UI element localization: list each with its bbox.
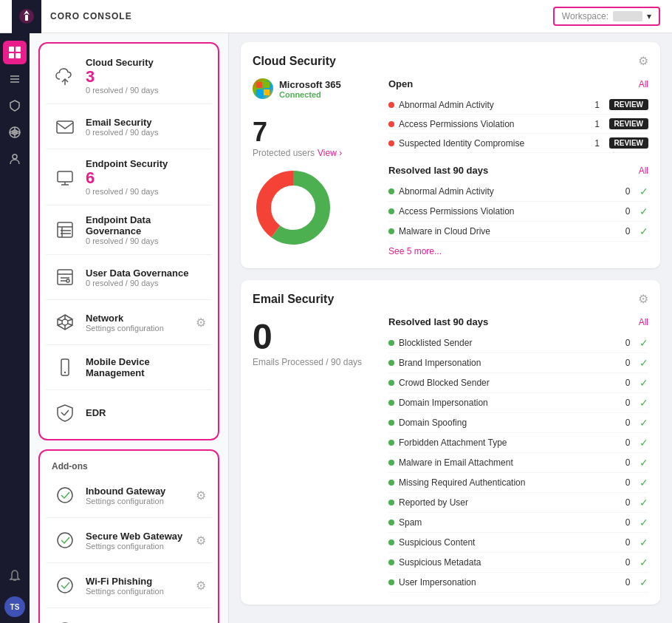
- email-security-card: Email Security ⚙ 0 Emails Processed / 90…: [241, 280, 660, 605]
- secure-web-gateway-sub: Settings configuration: [86, 542, 188, 551]
- email-threat-row: Spam 0 ✓: [388, 513, 648, 533]
- threat-name-identity-compromise: Suspected Identity Compromise: [399, 138, 586, 149]
- wifi-phishing-sub: Settings configuration: [86, 587, 188, 596]
- email-threat-name: Domain Impersonation: [399, 398, 616, 408]
- sidebar-item-network[interactable]: Network Settings configuration ⚙: [46, 302, 212, 343]
- nav-shield-icon[interactable]: [3, 94, 27, 118]
- view-link[interactable]: View ›: [318, 148, 342, 158]
- email-all-link[interactable]: All: [639, 317, 648, 327]
- sidebar-item-user-data-governance[interactable]: User Data Governance 0 resolved / 90 day…: [46, 256, 212, 298]
- resolved-all-link[interactable]: All: [639, 166, 648, 176]
- user-avatar[interactable]: TS: [4, 596, 25, 617]
- email-check-icon: ✓: [640, 576, 648, 588]
- email-threat-name: Spam: [399, 517, 616, 528]
- ms365-icon: [253, 78, 273, 99]
- email-check-icon: ✓: [640, 457, 648, 469]
- email-green-dot: [388, 579, 394, 585]
- email-green-dot: [388, 440, 394, 446]
- review-badge-3[interactable]: REVIEW: [609, 137, 648, 149]
- nav-user-icon[interactable]: [3, 147, 27, 171]
- sidebar-item-wifi-phishing[interactable]: Wi-Fi Phishing Settings configuration ⚙: [46, 565, 212, 606]
- secure-web-gateway-content: Secure Web Gateway Settings configuratio…: [86, 531, 188, 551]
- nav-list-icon[interactable]: [3, 67, 27, 91]
- svg-rect-3: [16, 47, 21, 52]
- svg-point-41: [58, 488, 72, 503]
- sidebar-item-mdm[interactable]: Mobile Device Management: [46, 347, 212, 388]
- email-threat-row: Forbidden Attachment Type 0 ✓: [388, 433, 648, 453]
- secure-web-gateway-gear-icon[interactable]: ⚙: [196, 534, 206, 548]
- email-threat-name: Suspicious Metadata: [399, 557, 616, 568]
- inbound-gateway-sub: Settings configuration: [86, 497, 188, 505]
- svg-rect-19: [58, 222, 72, 237]
- protected-label: Protected users: [253, 148, 315, 158]
- email-security-left: 0 Emails Processed / 90 days: [253, 316, 371, 593]
- email-threat-name: Blocklisted Sender: [399, 338, 616, 348]
- endpoint-data-governance-icon: [52, 217, 78, 243]
- ts-avatar[interactable]: TS: [3, 595, 27, 619]
- email-threat-count: 0: [620, 358, 635, 368]
- open-all-link[interactable]: All: [639, 79, 648, 89]
- wifi-phishing-icon: [52, 572, 78, 599]
- email-check-icon: ✓: [640, 517, 648, 528]
- inbound-gateway-icon: [52, 482, 78, 508]
- cloud-security-header: Cloud Security ⚙: [253, 54, 648, 68]
- cloud-security-settings-icon[interactable]: ⚙: [638, 54, 648, 68]
- sidebar-item-secure-web-gateway[interactable]: Secure Web Gateway Settings configuratio…: [46, 520, 212, 561]
- resolved-name-malware-cloud: Malware in Cloud Drive: [399, 226, 616, 236]
- sidebar-item-secured-messages[interactable]: Secured Messages Settings configuration …: [46, 610, 212, 623]
- sidebar-item-endpoint-security[interactable]: Endpoint Security 6 0 resolved / 90 days: [46, 151, 212, 203]
- nav-bell-icon[interactable]: [3, 564, 27, 588]
- email-threat-name: Brand Impersonation: [399, 358, 616, 368]
- sidebar-item-edr[interactable]: EDR: [46, 392, 212, 433]
- email-threat-count: 0: [620, 517, 635, 528]
- endpoint-security-icon: [52, 164, 78, 191]
- resolved-row-abnormal-admin: Abnormal Admin Activity 0 ✓: [388, 182, 648, 202]
- wifi-phishing-gear-icon[interactable]: ⚙: [196, 579, 206, 593]
- workspace-selector[interactable]: Workspace: ▾: [553, 7, 660, 26]
- nav-network-icon[interactable]: [3, 120, 27, 144]
- app-title: CORO CONSOLE: [50, 11, 553, 21]
- email-threat-count: 0: [620, 378, 635, 388]
- sidebar-item-endpoint-data-governance[interactable]: Endpoint Data Governance 0 resolved / 90…: [46, 207, 212, 253]
- resolved-name-abnormal-admin: Abnormal Admin Activity: [399, 186, 616, 197]
- endpoint-data-governance-title: Endpoint Data Governance: [86, 214, 206, 236]
- svg-rect-2: [9, 47, 14, 52]
- sidebar-item-cloud-security[interactable]: Cloud Security 3 0 resolved / 90 days: [46, 50, 212, 102]
- review-badge-1[interactable]: REVIEW: [609, 99, 648, 110]
- resolved-name-access-permissions: Access Permissions Violation: [399, 206, 616, 217]
- email-security-card-title: Email Security: [253, 293, 334, 306]
- wifi-phishing-title: Wi-Fi Phishing: [86, 576, 188, 587]
- see-more-link[interactable]: See 5 more...: [388, 246, 648, 256]
- email-green-dot: [388, 380, 394, 386]
- svg-rect-15: [57, 121, 73, 133]
- email-security-body: 0 Emails Processed / 90 days Resolved la…: [253, 316, 648, 593]
- resolved-count-abnormal-admin: 0: [620, 186, 635, 197]
- nav-grid-icon[interactable]: [3, 41, 27, 64]
- sidebar-item-inbound-gateway[interactable]: Inbound Gateway Settings configuration ⚙: [46, 474, 212, 516]
- cloud-security-card: Cloud Security ⚙ Microsoft 365 Connected: [241, 42, 660, 268]
- addons-label: Add-ons: [46, 457, 212, 474]
- email-threat-row: Blocklisted Sender 0 ✓: [388, 333, 648, 353]
- logo: [12, 0, 41, 33]
- secure-web-gateway-icon: [52, 527, 78, 554]
- network-sub: Settings configuration: [86, 324, 188, 333]
- network-title: Network: [86, 313, 188, 324]
- cloud-security-sub: 0 resolved / 90 days: [86, 86, 206, 95]
- open-title: Open: [388, 78, 413, 89]
- inbound-gateway-gear-icon[interactable]: ⚙: [196, 488, 206, 503]
- email-threat-row: Missing Required Authentication 0 ✓: [388, 473, 648, 493]
- threat-count-abnormal-admin: 1: [590, 100, 605, 110]
- network-gear-icon[interactable]: ⚙: [196, 316, 206, 330]
- red-dot-icon-3: [388, 140, 394, 146]
- email-threats-list: Blocklisted Sender 0 ✓ Brand Impersonati…: [388, 333, 648, 593]
- edr-icon: [52, 399, 78, 426]
- review-badge-2[interactable]: REVIEW: [609, 118, 648, 129]
- email-threat-name: Missing Required Authentication: [399, 477, 616, 488]
- secure-web-gateway-title: Secure Web Gateway: [86, 531, 188, 542]
- sidebar-item-email-security[interactable]: Email Security 0 resolved / 90 days: [46, 106, 212, 147]
- email-security-settings-icon[interactable]: ⚙: [638, 292, 648, 306]
- email-threat-name: Reported by User: [399, 497, 616, 508]
- email-resolved-header: Resolved last 90 days All: [388, 316, 648, 327]
- email-resolved-title: Resolved last 90 days: [388, 316, 488, 327]
- mdm-content: Mobile Device Management: [86, 356, 206, 378]
